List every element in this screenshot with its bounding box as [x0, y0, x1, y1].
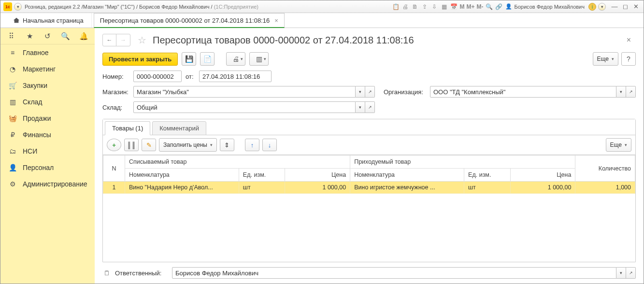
- minimize-button[interactable]: —: [610, 3, 619, 11]
- tab-goods[interactable]: Товары (1): [105, 121, 150, 135]
- org-combo[interactable]: ООО "ТД "Комплексный" ▾ ↗: [430, 86, 636, 98]
- move-down-button[interactable]: ↓: [262, 139, 277, 151]
- cell-in-nomen[interactable]: Вино игристое жемчужное ...: [350, 182, 464, 194]
- cell-in-price[interactable]: 1 000,00: [510, 182, 575, 194]
- from-label: от:: [186, 73, 195, 80]
- home-tab[interactable]: Начальная страница: [5, 13, 92, 28]
- expand-button[interactable]: ⇕: [220, 139, 234, 151]
- warehouse-icon: ▥: [7, 98, 18, 106]
- help-button[interactable]: ?: [621, 52, 636, 66]
- maximize-button[interactable]: ◻: [620, 3, 630, 11]
- compare-icon[interactable]: ⇪: [420, 2, 429, 11]
- m-button[interactable]: M: [458, 3, 465, 10]
- col-out-nomen[interactable]: Номенклатура: [125, 169, 239, 182]
- zoom-icon[interactable]: 🔍: [484, 2, 494, 11]
- fill-prices-button[interactable]: Заполнить цены▾: [159, 138, 217, 152]
- document-tab[interactable]: Пересортица товаров 0000-000002 от 27.04…: [94, 13, 285, 28]
- col-in-unit[interactable]: Ед. изм.: [464, 169, 510, 182]
- m-minus-button[interactable]: M-: [475, 3, 484, 10]
- document-tab-close-icon[interactable]: ×: [274, 17, 278, 24]
- post-button[interactable]: 📄: [200, 52, 215, 66]
- grid-more-button[interactable]: Еще▾: [606, 138, 631, 152]
- col-out-price[interactable]: Цена: [285, 169, 350, 182]
- close-button[interactable]: ✕: [631, 3, 641, 11]
- col-out[interactable]: Списываемый товар: [125, 156, 350, 169]
- responsible-combo[interactable]: Борисов Федор Михайлович ▾ ↗: [172, 267, 636, 279]
- store-combo[interactable]: Магазин "Улыбка" ▾ ↗: [133, 86, 375, 98]
- user-box[interactable]: 👤 Борисов Федор Михайлович: [505, 3, 585, 10]
- calculate-icon[interactable]: ▦: [439, 2, 449, 11]
- info-icon[interactable]: i: [588, 3, 596, 11]
- warehouse-combo[interactable]: Общий ▾ ↗: [133, 101, 375, 113]
- user-icon: 👤: [505, 3, 512, 10]
- sidebar-item-marketing[interactable]: ◔ Маркетинг: [0, 61, 95, 77]
- row-number: Номер: 0000-000002 от: 27.04.2018 11:08:…: [95, 69, 644, 84]
- open-icon[interactable]: ↗: [365, 86, 375, 98]
- apps-icon[interactable]: ⠿: [5, 30, 18, 42]
- barcode-button[interactable]: ║║: [124, 139, 139, 151]
- sidebar-item-nsi[interactable]: 🗂 НСИ: [0, 143, 95, 159]
- m-plus-button[interactable]: M+: [465, 3, 475, 10]
- open-icon[interactable]: ↗: [626, 86, 636, 98]
- post-and-close-button[interactable]: Провести и закрыть: [102, 53, 178, 66]
- dropdown-icon[interactable]: ▾: [616, 86, 626, 98]
- sidebar-item-sales[interactable]: 🧺 Продажи: [0, 110, 95, 127]
- col-out-unit[interactable]: Ед. изм.: [239, 169, 285, 182]
- system-menu-button[interactable]: ▾: [14, 3, 22, 11]
- document-close-icon[interactable]: ×: [627, 36, 636, 44]
- cell-qty[interactable]: 1,000: [575, 182, 635, 194]
- print-preview-icon[interactable]: 🗎: [410, 2, 420, 11]
- print-icon[interactable]: 🖨: [401, 2, 410, 11]
- open-icon[interactable]: ↗: [626, 267, 636, 279]
- document-title: Пересортица товаров 0000-000002 от 27.04…: [153, 35, 414, 46]
- cell-in-unit[interactable]: шт: [464, 182, 510, 194]
- link-icon[interactable]: 🔗: [494, 2, 503, 11]
- open-icon[interactable]: ↗: [365, 101, 375, 113]
- cell-out-price[interactable]: 1 000,00: [285, 182, 350, 194]
- reports-button[interactable]: ▥: [249, 52, 269, 66]
- cell-out-nomen[interactable]: Вино "Надария Неро д'Авол...: [125, 182, 239, 194]
- tab-panel: Товары (1) Комментарий + ║║ ✎ Заполнить …: [102, 119, 636, 262]
- note-icon[interactable]: 🗒: [102, 269, 111, 277]
- dropdown-icon[interactable]: ▾: [356, 101, 365, 113]
- move-up-button[interactable]: ↑: [245, 139, 259, 151]
- print-button[interactable]: 🖨: [226, 52, 245, 66]
- search-icon[interactable]: 🔍: [59, 30, 72, 42]
- col-n[interactable]: N: [103, 156, 125, 182]
- sidebar-item-main[interactable]: ≡ Главное: [0, 44, 95, 61]
- sidebar-item-admin[interactable]: ⚙ Администрирование: [0, 176, 95, 192]
- tab-comment[interactable]: Комментарий: [152, 121, 206, 135]
- dropdown-icon[interactable]: ▾: [616, 267, 626, 279]
- favorite-star-icon[interactable]: ☆: [136, 34, 148, 46]
- cell-out-unit[interactable]: шт: [239, 182, 285, 194]
- star-icon[interactable]: ★: [23, 30, 36, 42]
- history-icon[interactable]: ↺: [41, 30, 54, 42]
- sidebar-item-personnel[interactable]: 👤 Персонал: [0, 159, 95, 176]
- col-in[interactable]: Приходуемый товар: [350, 156, 575, 169]
- dropdown-icon[interactable]: ▾: [356, 86, 365, 98]
- sidebar-item-purchases[interactable]: 🛒 Закупки: [0, 77, 95, 94]
- help-dropdown-button[interactable]: ▾: [598, 3, 606, 11]
- sidebar-item-finance[interactable]: ₽ Финансы: [0, 127, 95, 143]
- calendar-icon[interactable]: 📅: [449, 2, 458, 11]
- export-icon[interactable]: ⇩: [429, 2, 439, 11]
- number-input[interactable]: 0000-000002: [133, 71, 182, 82]
- edit-button[interactable]: ✎: [142, 139, 156, 151]
- save-button[interactable]: 💾: [182, 52, 196, 66]
- table-row[interactable]: 1 Вино "Надария Неро д'Авол... шт 1 000,…: [103, 182, 635, 194]
- body: ⠿ ★ ↺ 🔍 🔔 ≡ Главное ◔ Маркетинг 🛒 Закупк…: [0, 28, 644, 284]
- forward-button[interactable]: →: [116, 34, 130, 46]
- clipboard-icon[interactable]: 📋: [391, 2, 401, 11]
- col-in-nomen[interactable]: Номенклатура: [350, 169, 464, 182]
- col-in-price[interactable]: Цена: [510, 169, 575, 182]
- add-row-button[interactable]: +: [107, 139, 121, 151]
- col-qty[interactable]: Количество: [575, 156, 635, 182]
- goods-grid[interactable]: N Списываемый товар Приходуемый товар Ко…: [103, 155, 635, 262]
- back-button[interactable]: ←: [103, 34, 116, 46]
- app-logo-icon: 1c: [3, 2, 12, 11]
- more-button[interactable]: Еще▾: [593, 52, 618, 66]
- sidebar-item-warehouse[interactable]: ▥ Склад: [0, 94, 95, 110]
- date-input[interactable]: 27.04.2018 11:08:16: [199, 71, 272, 82]
- bell-icon[interactable]: 🔔: [77, 30, 90, 42]
- cell-n[interactable]: 1: [103, 182, 125, 194]
